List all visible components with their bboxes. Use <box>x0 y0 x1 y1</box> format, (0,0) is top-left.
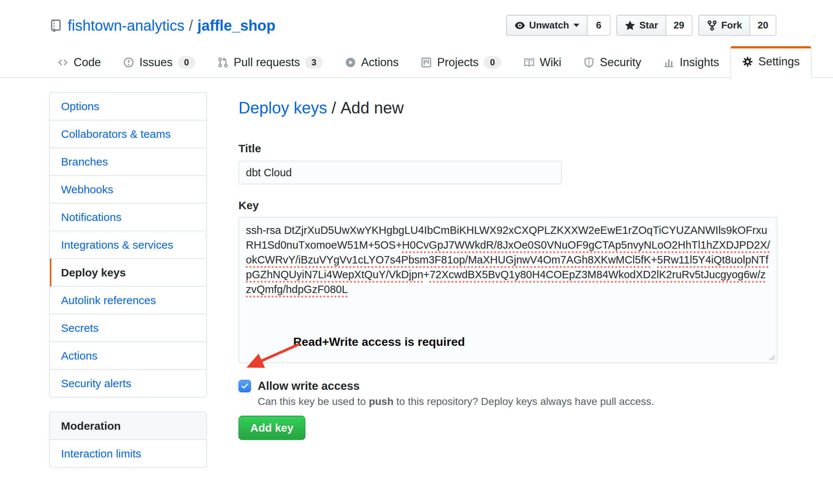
settings-sidebar: Options Collaborators & teams Branches W… <box>49 92 207 468</box>
star-count[interactable]: 29 <box>666 15 693 36</box>
shield-icon <box>583 57 595 68</box>
star-label: Star <box>639 20 658 31</box>
repo-book-icon <box>49 19 62 32</box>
star-icon <box>624 20 636 31</box>
moderation-menu: Moderation Interaction limits <box>49 412 207 468</box>
unwatch-label: Unwatch <box>529 20 569 31</box>
add-key-button[interactable]: Add key <box>238 416 305 440</box>
tab-label: Projects <box>437 56 478 69</box>
allow-write-checkbox[interactable] <box>238 380 251 392</box>
tab-label: Security <box>600 56 641 69</box>
page-title: Deploy keys/Add new <box>238 98 778 118</box>
sidebar-item-deploy-keys[interactable]: Deploy keys <box>50 259 206 287</box>
sidebar-item-branches[interactable]: Branches <box>50 148 206 176</box>
key-segment: + <box>651 254 657 266</box>
tab-settings[interactable]: Settings <box>730 46 812 78</box>
sidebar-item-integrations-services[interactable]: Integrations & services <box>50 231 206 259</box>
watch-group: Unwatch 6 <box>506 15 610 36</box>
note-prefix: Can this key be used to <box>258 396 369 407</box>
projects-counter: 0 <box>484 56 501 69</box>
repo-separator: / <box>189 17 193 34</box>
star-group: Star 29 <box>616 15 693 36</box>
tab-label: Code <box>74 56 101 69</box>
allow-write-note: Can this key be used to push to this rep… <box>258 396 778 408</box>
tab-insights[interactable]: Insights <box>652 48 730 77</box>
key-segment: + <box>423 269 430 280</box>
caret-down-icon <box>573 24 579 27</box>
deploy-key-form: Title Key ssh-rsa DtZjrXuD5UwXwYKHgbgLU4… <box>238 142 778 440</box>
sidebar-item-secrets[interactable]: Secrets <box>50 314 206 342</box>
page-header: fishtown-analytics / jaffle_shop Unwatch… <box>0 0 833 36</box>
watch-count[interactable]: 6 <box>587 15 610 36</box>
tab-actions[interactable]: Actions <box>334 48 410 77</box>
book-icon <box>524 57 535 68</box>
repo-breadcrumb: fishtown-analytics / jaffle_shop <box>49 17 275 34</box>
eye-icon <box>514 20 525 31</box>
tab-wiki[interactable]: Wiki <box>512 48 573 77</box>
tab-code[interactable]: Code <box>46 48 112 77</box>
resize-handle[interactable] <box>769 354 775 361</box>
sidebar-item-autolink-references[interactable]: Autolink references <box>50 287 206 314</box>
project-board-icon <box>421 57 432 68</box>
title-label: Title <box>238 142 778 155</box>
note-push: push <box>369 396 393 407</box>
sidebar-item-webhooks[interactable]: Webhooks <box>50 176 206 204</box>
allow-write-row: Allow write access <box>238 379 778 393</box>
settings-menu: Options Collaborators & teams Branches W… <box>49 92 207 398</box>
issues-counter: 0 <box>178 56 195 69</box>
fork-icon <box>707 20 718 31</box>
key-label: Key <box>238 199 778 212</box>
unwatch-button[interactable]: Unwatch <box>506 15 587 36</box>
allow-write-label[interactable]: Allow write access <box>258 379 360 393</box>
fork-group: Fork 20 <box>698 15 776 36</box>
sidebar-item-security-alerts[interactable]: Security alerts <box>50 370 206 397</box>
key-text: ssh-rsa DtZjrXuD5UwXwYKHgbgLU4IbCmBiKHLW… <box>246 223 770 297</box>
tab-label: Actions <box>361 56 399 69</box>
fork-button[interactable]: Fork <box>698 15 750 36</box>
tab-label: Wiki <box>540 56 562 69</box>
tab-label: Issues <box>139 56 173 69</box>
content: Options Collaborators & teams Branches W… <box>0 78 833 468</box>
code-icon <box>57 57 68 68</box>
sidebar-item-options[interactable]: Options <box>50 93 206 120</box>
sidebar-item-actions[interactable]: Actions <box>50 342 206 370</box>
repo-owner-link[interactable]: fishtown-analytics <box>68 17 184 34</box>
tab-label: Pull requests <box>234 56 300 69</box>
play-circle-icon <box>345 57 356 68</box>
tab-issues[interactable]: Issues 0 <box>112 48 206 77</box>
moderation-header: Moderation <box>50 412 206 440</box>
title-input[interactable] <box>238 161 562 184</box>
heading-current: Add new <box>341 99 404 117</box>
sidebar-item-interaction-limits[interactable]: Interaction limits <box>50 440 206 467</box>
tab-pull-requests[interactable]: Pull requests 3 <box>206 48 334 77</box>
social-buttons: Unwatch 6 Star 29 Fork <box>500 15 776 36</box>
deploy-keys-breadcrumb-link[interactable]: Deploy keys <box>238 99 327 117</box>
star-button[interactable]: Star <box>616 15 666 36</box>
heading-separator: / <box>332 99 336 117</box>
issue-icon <box>123 57 134 68</box>
repo-name-link[interactable]: jaffle_shop <box>197 17 275 34</box>
sidebar-item-notifications[interactable]: Notifications <box>50 204 206 231</box>
check-icon <box>241 382 249 390</box>
fork-count[interactable]: 20 <box>750 15 776 36</box>
graph-icon <box>663 57 674 68</box>
note-suffix: to this repository? Deploy keys always h… <box>393 396 654 407</box>
pull-requests-counter: 3 <box>305 56 322 69</box>
annotation-text: Read+Write access is required <box>293 335 465 349</box>
gear-icon <box>742 56 753 67</box>
fork-label: Fork <box>721 20 742 31</box>
sidebar-item-collaborators-teams[interactable]: Collaborators & teams <box>50 120 206 148</box>
repo-nav: Code Issues 0 Pull requests 3 Actions <box>0 46 833 78</box>
pull-request-icon <box>217 57 228 68</box>
tab-label: Insights <box>680 56 719 69</box>
annotation-arrow-icon <box>238 342 309 377</box>
main-content: Deploy keys/Add new Title Key ssh-rsa Dt… <box>238 92 778 440</box>
tab-security[interactable]: Security <box>572 48 652 77</box>
tab-projects[interactable]: Projects 0 <box>410 48 512 77</box>
tab-label: Settings <box>758 55 800 68</box>
